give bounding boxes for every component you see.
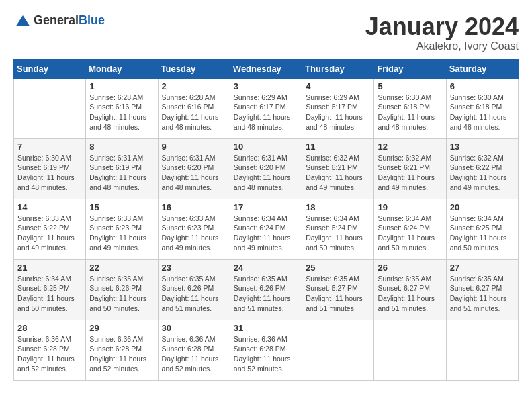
day-number: 9 [162,142,226,152]
day-info: Sunrise: 6:31 AM Sunset: 6:19 PM Dayligh… [89,153,154,193]
calendar-cell: 18Sunrise: 6:34 AM Sunset: 6:24 PM Dayli… [302,199,374,259]
calendar-cell: 29Sunrise: 6:36 AM Sunset: 6:28 PM Dayli… [86,320,158,380]
calendar-cell: 27Sunrise: 6:35 AM Sunset: 6:27 PM Dayli… [446,259,518,320]
day-number: 21 [17,263,82,273]
day-number: 7 [17,142,82,152]
calendar-header: SundayMondayTuesdayWednesdayThursdayFrid… [14,59,519,78]
day-info: Sunrise: 6:30 AM Sunset: 6:19 PM Dayligh… [17,153,82,193]
header-cell-thursday: Thursday [302,59,374,78]
calendar-week-3: 14Sunrise: 6:33 AM Sunset: 6:22 PM Dayli… [14,199,519,259]
calendar-cell: 6Sunrise: 6:30 AM Sunset: 6:18 PM Daylig… [446,78,518,138]
day-info: Sunrise: 6:32 AM Sunset: 6:22 PM Dayligh… [450,153,515,193]
calendar-cell: 12Sunrise: 6:32 AM Sunset: 6:21 PM Dayli… [374,138,446,199]
calendar-cell: 5Sunrise: 6:30 AM Sunset: 6:18 PM Daylig… [374,78,446,138]
logo-text-general: General [34,13,79,27]
calendar-cell: 16Sunrise: 6:33 AM Sunset: 6:23 PM Dayli… [158,199,230,259]
day-number: 18 [306,202,370,212]
day-number: 25 [306,263,370,273]
day-info: Sunrise: 6:34 AM Sunset: 6:25 PM Dayligh… [17,274,82,314]
day-number: 30 [162,323,226,333]
header-cell-saturday: Saturday [446,59,518,78]
day-info: Sunrise: 6:30 AM Sunset: 6:18 PM Dayligh… [378,93,442,132]
header-cell-friday: Friday [374,59,446,78]
day-number: 17 [234,202,298,212]
calendar-cell: 19Sunrise: 6:34 AM Sunset: 6:24 PM Dayli… [374,199,446,259]
calendar-cell: 4Sunrise: 6:29 AM Sunset: 6:17 PM Daylig… [302,78,374,138]
calendar-cell: 28Sunrise: 6:36 AM Sunset: 6:28 PM Dayli… [14,320,86,380]
calendar-cell: 13Sunrise: 6:32 AM Sunset: 6:22 PM Dayli… [446,138,518,199]
day-info: Sunrise: 6:35 AM Sunset: 6:26 PM Dayligh… [162,274,226,314]
calendar-cell: 24Sunrise: 6:35 AM Sunset: 6:26 PM Dayli… [230,259,302,320]
calendar-cell: 23Sunrise: 6:35 AM Sunset: 6:26 PM Dayli… [158,259,230,320]
day-number: 15 [89,202,154,212]
day-info: Sunrise: 6:28 AM Sunset: 6:16 PM Dayligh… [162,93,226,132]
calendar-cell: 3Sunrise: 6:29 AM Sunset: 6:17 PM Daylig… [230,78,302,138]
header-cell-tuesday: Tuesday [158,59,230,78]
calendar-cell [374,320,446,380]
calendar-cell [14,78,86,138]
day-info: Sunrise: 6:34 AM Sunset: 6:24 PM Dayligh… [378,214,442,253]
calendar-cell: 15Sunrise: 6:33 AM Sunset: 6:23 PM Dayli… [86,199,158,259]
day-info: Sunrise: 6:34 AM Sunset: 6:24 PM Dayligh… [234,214,298,253]
day-number: 8 [89,142,154,152]
day-info: Sunrise: 6:30 AM Sunset: 6:18 PM Dayligh… [450,93,515,132]
calendar-cell: 20Sunrise: 6:34 AM Sunset: 6:25 PM Dayli… [446,199,518,259]
day-number: 16 [162,202,226,212]
calendar-cell: 17Sunrise: 6:34 AM Sunset: 6:24 PM Dayli… [230,199,302,259]
day-number: 14 [17,202,82,212]
calendar-week-4: 21Sunrise: 6:34 AM Sunset: 6:25 PM Dayli… [14,259,519,320]
page-header: GeneralBlue January 2024 Akalekro, Ivory… [13,13,519,52]
day-info: Sunrise: 6:35 AM Sunset: 6:27 PM Dayligh… [378,274,442,314]
calendar-cell: 2Sunrise: 6:28 AM Sunset: 6:16 PM Daylig… [158,78,230,138]
day-info: Sunrise: 6:32 AM Sunset: 6:21 PM Dayligh… [306,153,370,193]
day-number: 3 [234,81,298,91]
calendar-cell: 25Sunrise: 6:35 AM Sunset: 6:27 PM Dayli… [302,259,374,320]
day-info: Sunrise: 6:36 AM Sunset: 6:28 PM Dayligh… [162,334,226,374]
calendar-body: 1Sunrise: 6:28 AM Sunset: 6:16 PM Daylig… [14,78,519,380]
calendar-week-1: 1Sunrise: 6:28 AM Sunset: 6:16 PM Daylig… [14,78,519,138]
day-info: Sunrise: 6:35 AM Sunset: 6:27 PM Dayligh… [306,274,370,314]
day-info: Sunrise: 6:36 AM Sunset: 6:28 PM Dayligh… [17,334,82,374]
day-number: 6 [450,81,515,91]
day-info: Sunrise: 6:34 AM Sunset: 6:25 PM Dayligh… [450,214,515,253]
header-cell-wednesday: Wednesday [230,59,302,78]
logo-text-blue: Blue [79,13,105,27]
calendar-week-2: 7Sunrise: 6:30 AM Sunset: 6:19 PM Daylig… [14,138,519,199]
day-number: 22 [89,263,154,273]
day-number: 26 [378,263,442,273]
day-info: Sunrise: 6:36 AM Sunset: 6:28 PM Dayligh… [89,334,154,374]
day-info: Sunrise: 6:35 AM Sunset: 6:26 PM Dayligh… [234,274,298,314]
day-info: Sunrise: 6:32 AM Sunset: 6:21 PM Dayligh… [378,153,442,193]
day-info: Sunrise: 6:33 AM Sunset: 6:22 PM Dayligh… [17,214,82,253]
header-row: SundayMondayTuesdayWednesdayThursdayFrid… [14,59,519,78]
calendar-cell: 21Sunrise: 6:34 AM Sunset: 6:25 PM Dayli… [14,259,86,320]
logo-icon [15,14,31,28]
day-info: Sunrise: 6:36 AM Sunset: 6:28 PM Dayligh… [234,334,298,374]
calendar-table: SundayMondayTuesdayWednesdayThursdayFrid… [13,59,519,381]
day-info: Sunrise: 6:28 AM Sunset: 6:16 PM Dayligh… [89,93,154,132]
day-number: 4 [306,81,370,91]
header-cell-sunday: Sunday [14,59,86,78]
day-info: Sunrise: 6:31 AM Sunset: 6:20 PM Dayligh… [162,153,226,193]
day-number: 31 [234,323,298,333]
day-info: Sunrise: 6:35 AM Sunset: 6:26 PM Dayligh… [89,274,154,314]
day-number: 1 [89,81,154,91]
calendar-cell: 14Sunrise: 6:33 AM Sunset: 6:22 PM Dayli… [14,199,86,259]
day-info: Sunrise: 6:34 AM Sunset: 6:24 PM Dayligh… [306,214,370,253]
day-info: Sunrise: 6:31 AM Sunset: 6:20 PM Dayligh… [234,153,298,193]
day-number: 12 [378,142,442,152]
day-number: 24 [234,263,298,273]
calendar-cell: 11Sunrise: 6:32 AM Sunset: 6:21 PM Dayli… [302,138,374,199]
calendar-cell: 10Sunrise: 6:31 AM Sunset: 6:20 PM Dayli… [230,138,302,199]
day-number: 2 [162,81,226,91]
day-number: 5 [378,81,442,91]
calendar-cell: 9Sunrise: 6:31 AM Sunset: 6:20 PM Daylig… [158,138,230,199]
day-info: Sunrise: 6:33 AM Sunset: 6:23 PM Dayligh… [162,214,226,253]
day-number: 28 [17,323,82,333]
day-number: 13 [450,142,515,152]
location-title: Akalekro, Ivory Coast [365,40,519,52]
svg-marker-0 [16,15,30,26]
month-title: January 2024 [365,13,519,40]
calendar-cell: 8Sunrise: 6:31 AM Sunset: 6:19 PM Daylig… [86,138,158,199]
day-info: Sunrise: 6:29 AM Sunset: 6:17 PM Dayligh… [306,93,370,132]
